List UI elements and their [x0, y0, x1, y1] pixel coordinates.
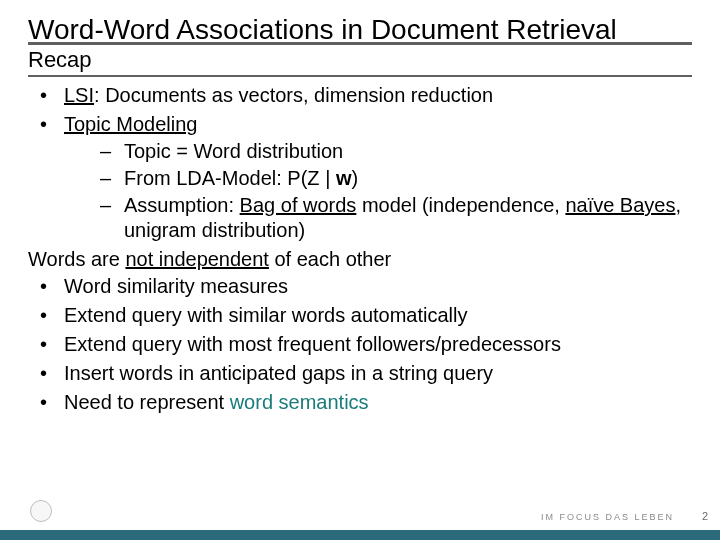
bullet-extend-similar: Extend query with similar words automati… [40, 303, 692, 328]
bullet-similarity: Word similarity measures [40, 274, 692, 299]
sub-topic-dist: Topic = Word distribution [100, 139, 692, 164]
footer-brand: IM FOCUS DAS LEBEN [541, 512, 674, 522]
subtitle-underline [28, 75, 692, 77]
statement-independence: Words are not independent of each other [28, 247, 692, 272]
seal-icon [30, 500, 52, 522]
sub-lda: From LDA-Model: P(Z | w) [100, 166, 692, 191]
stmt-underline: not independent [125, 248, 268, 270]
footer-bar [0, 530, 720, 540]
lda-w: w [336, 167, 352, 189]
lda-post: ) [351, 167, 358, 189]
slide-content: LSI: Documents as vectors, dimension red… [28, 83, 692, 415]
assump-mid: model (independence, [356, 194, 565, 216]
slide-subtitle: Recap [28, 47, 692, 73]
sem-highlight: word semantics [230, 391, 369, 413]
lda-pre: From LDA-Model: P(Z | [124, 167, 336, 189]
slide: Word-Word Associations in Document Retri… [0, 0, 720, 540]
lsi-term: LSI [64, 84, 94, 106]
bullet-extend-freq: Extend query with most frequent follower… [40, 332, 692, 357]
bullet-lsi: LSI: Documents as vectors, dimension red… [40, 83, 692, 108]
naive-bayes: naïve Bayes [565, 194, 675, 216]
sub-assumption: Assumption: Bag of words model (independ… [100, 193, 692, 243]
sub-list: Topic = Word distribution From LDA-Model… [64, 139, 692, 243]
bullet-topic-modeling: Topic Modeling Topic = Word distribution… [40, 112, 692, 243]
page-number: 2 [702, 510, 708, 522]
bullet-list: LSI: Documents as vectors, dimension red… [28, 83, 692, 243]
sem-pre: Need to represent [64, 391, 230, 413]
bullet-insert-gaps: Insert words in anticipated gaps in a st… [40, 361, 692, 386]
bullet-list-2: Word similarity measures Extend query wi… [28, 274, 692, 415]
slide-title: Word-Word Associations in Document Retri… [28, 14, 692, 46]
stmt-post: of each other [269, 248, 391, 270]
stmt-pre: Words are [28, 248, 125, 270]
assump-pre: Assumption: [124, 194, 240, 216]
topic-modeling-term: Topic Modeling [64, 113, 197, 135]
bullet-semantics: Need to represent word semantics [40, 390, 692, 415]
bag-of-words: Bag of words [240, 194, 357, 216]
lsi-rest: : Documents as vectors, dimension reduct… [94, 84, 493, 106]
